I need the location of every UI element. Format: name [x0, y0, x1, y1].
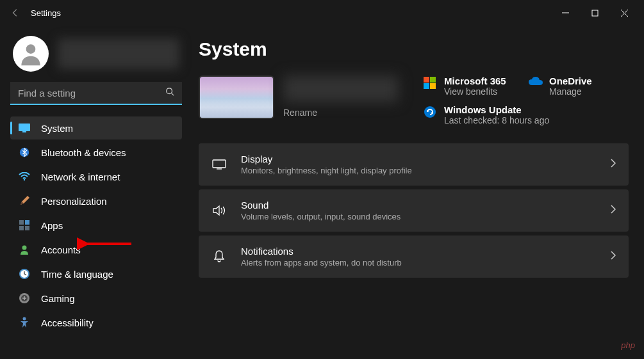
desktop-thumbnail[interactable]: [199, 76, 274, 119]
search-box[interactable]: [10, 82, 182, 105]
system-icon: [18, 122, 31, 134]
onedrive-icon: [529, 77, 541, 90]
svg-rect-11: [19, 220, 24, 225]
service-sub: Last checked: 8 hours ago: [444, 115, 549, 125]
card-title: Notifications: [241, 246, 597, 257]
window-title: Settings: [26, 8, 61, 18]
svg-point-22: [23, 317, 26, 321]
search-icon: [165, 87, 174, 99]
settings-card-notifications[interactable]: Notifications Alerts from apps and syste…: [199, 235, 629, 278]
microsoft-logo-icon: [424, 77, 436, 90]
sidebar-item-label: Bluetooth & devices: [41, 147, 126, 158]
chevron-right-icon: [611, 251, 616, 262]
user-info-redacted: [58, 38, 179, 69]
accounts-icon: [18, 243, 31, 256]
svg-point-23: [424, 106, 436, 118]
user-profile[interactable]: [10, 32, 182, 82]
page-title: System: [199, 38, 629, 60]
sidebar-item-label: Personalization: [41, 196, 107, 207]
brush-icon: [18, 195, 31, 207]
device-info-section: Rename: [199, 76, 411, 125]
settings-card-display[interactable]: Display Monitors, brightness, night ligh…: [199, 143, 629, 186]
svg-rect-12: [25, 220, 29, 225]
sidebar-item-label: Apps: [41, 220, 63, 231]
maximize-button[interactable]: [580, 3, 609, 23]
services-section: Microsoft 365 View benefits OneDrive Man…: [424, 76, 629, 125]
watermark: php: [621, 340, 635, 350]
sidebar-item-label: Gaming: [41, 293, 75, 304]
svg-rect-8: [22, 131, 26, 132]
svg-rect-24: [213, 160, 226, 168]
bluetooth-icon: [18, 146, 31, 159]
sidebar-item-network[interactable]: Network & internet: [10, 165, 182, 188]
sidebar-item-label: Accounts: [41, 244, 81, 255]
svg-line-6: [172, 93, 174, 96]
card-title: Sound: [241, 200, 597, 211]
card-sub: Alerts from apps and system, do not dist…: [241, 258, 597, 267]
accessibility-icon: [18, 316, 31, 329]
sidebar-item-accessibility[interactable]: Accessibility: [10, 311, 182, 334]
wifi-icon: [18, 170, 31, 183]
avatar: [13, 36, 49, 72]
service-title: OneDrive: [549, 76, 592, 86]
sidebar-item-personalization[interactable]: Personalization: [10, 189, 182, 212]
sidebar-item-label: Accessibility: [41, 317, 94, 328]
card-title: Display: [241, 154, 597, 164]
sidebar-item-label: Time & language: [41, 269, 113, 280]
svg-point-10: [24, 179, 25, 180]
sidebar-item-label: System: [41, 123, 73, 134]
service-onedrive[interactable]: OneDrive Manage: [529, 76, 618, 97]
card-sub: Monitors, brightness, night light, displ…: [241, 166, 597, 175]
apps-icon: [18, 219, 31, 232]
sidebar-item-gaming[interactable]: Gaming: [10, 287, 182, 310]
svg-rect-1: [592, 10, 598, 16]
service-title: Windows Update: [444, 104, 549, 115]
settings-card-sound[interactable]: Sound Volume levels, output, input, soun…: [199, 189, 629, 232]
gaming-icon: [18, 292, 31, 305]
service-title: Microsoft 365: [444, 76, 506, 86]
svg-point-4: [26, 44, 36, 54]
display-icon: [211, 159, 227, 170]
service-ms365[interactable]: Microsoft 365 View benefits: [424, 76, 513, 97]
sidebar-item-apps[interactable]: Apps: [10, 214, 182, 237]
back-button[interactable]: [5, 8, 26, 17]
minimize-button[interactable]: [550, 3, 580, 23]
svg-point-15: [22, 246, 27, 250]
main-content: System Rename: [192, 26, 644, 359]
device-name-redacted: [283, 76, 399, 102]
service-sub: View benefits: [444, 86, 506, 97]
svg-rect-7: [19, 124, 30, 131]
sidebar-item-system[interactable]: System: [10, 116, 182, 140]
sidebar-item-time-language[interactable]: Time & language: [10, 262, 182, 285]
chevron-right-icon: [611, 159, 616, 170]
sidebar-item-label: Network & internet: [41, 172, 120, 182]
sound-icon: [211, 205, 227, 216]
card-sub: Volume levels, output, input, sound devi…: [241, 212, 597, 221]
sidebar: System Bluetooth & devices Network & int…: [0, 26, 192, 359]
sidebar-item-accounts[interactable]: Accounts: [10, 238, 182, 261]
sidebar-item-bluetooth[interactable]: Bluetooth & devices: [10, 141, 182, 164]
svg-point-5: [167, 88, 172, 94]
search-input[interactable]: [18, 88, 165, 99]
svg-rect-13: [19, 226, 24, 230]
bell-icon: [211, 250, 227, 263]
svg-rect-14: [25, 226, 29, 230]
rename-link[interactable]: Rename: [283, 108, 411, 118]
chevron-right-icon: [611, 205, 616, 216]
update-icon: [424, 106, 436, 118]
close-button[interactable]: [609, 3, 639, 23]
service-windows-update[interactable]: Windows Update Last checked: 8 hours ago: [424, 104, 609, 125]
service-sub: Manage: [549, 86, 592, 97]
clock-icon: [18, 267, 31, 280]
